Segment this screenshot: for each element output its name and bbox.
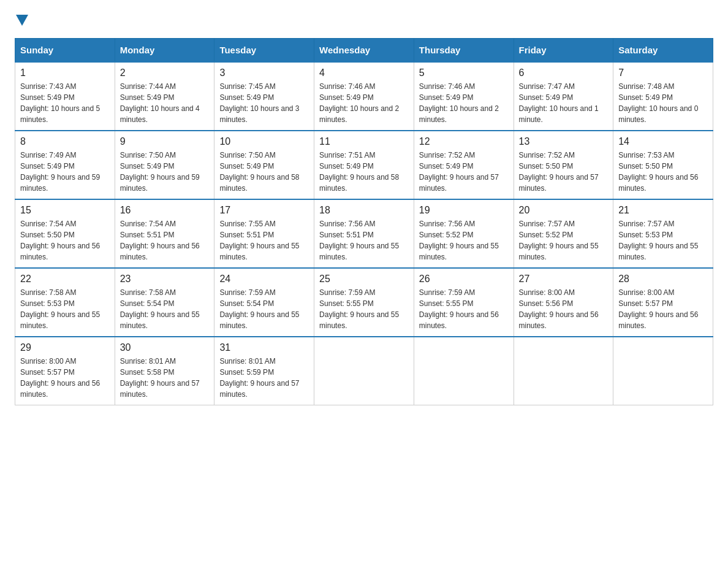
calendar-cell: 18 Sunrise: 7:56 AM Sunset: 5:51 PM Dayl… <box>314 199 414 268</box>
day-number: 8 <box>20 136 110 147</box>
day-number: 1 <box>20 67 110 79</box>
day-info: Sunrise: 8:00 AM Sunset: 5:57 PM Dayligh… <box>618 287 708 331</box>
day-info: Sunrise: 7:49 AM Sunset: 5:49 PM Dayligh… <box>20 150 110 194</box>
day-number: 28 <box>618 274 708 285</box>
header-thursday: Thursday <box>414 39 514 63</box>
day-number: 5 <box>419 67 509 79</box>
calendar-cell: 22 Sunrise: 7:58 AM Sunset: 5:53 PM Dayl… <box>15 268 115 337</box>
day-info: Sunrise: 7:51 AM Sunset: 5:49 PM Dayligh… <box>319 150 409 194</box>
calendar-cell: 12 Sunrise: 7:52 AM Sunset: 5:49 PM Dayl… <box>414 131 514 199</box>
header-sunday: Sunday <box>15 39 115 63</box>
day-number: 21 <box>618 205 708 216</box>
day-number: 14 <box>618 136 708 147</box>
day-number: 16 <box>120 205 210 216</box>
calendar-cell: 26 Sunrise: 7:59 AM Sunset: 5:55 PM Dayl… <box>414 268 514 337</box>
day-info: Sunrise: 7:56 AM Sunset: 5:51 PM Dayligh… <box>319 218 409 262</box>
calendar-cell <box>314 337 414 405</box>
day-info: Sunrise: 7:57 AM Sunset: 5:52 PM Dayligh… <box>519 218 609 262</box>
calendar-cell: 3 Sunrise: 7:45 AM Sunset: 5:49 PM Dayli… <box>214 62 314 131</box>
day-info: Sunrise: 7:44 AM Sunset: 5:49 PM Dayligh… <box>120 81 210 125</box>
calendar-cell: 10 Sunrise: 7:50 AM Sunset: 5:49 PM Dayl… <box>214 131 314 199</box>
day-number: 2 <box>120 67 210 79</box>
calendar-cell: 14 Sunrise: 7:53 AM Sunset: 5:50 PM Dayl… <box>613 131 713 199</box>
day-info: Sunrise: 7:57 AM Sunset: 5:53 PM Dayligh… <box>618 218 708 262</box>
day-info: Sunrise: 7:59 AM Sunset: 5:54 PM Dayligh… <box>219 287 309 331</box>
calendar-cell: 29 Sunrise: 8:00 AM Sunset: 5:57 PM Dayl… <box>15 337 115 405</box>
day-number: 24 <box>219 274 309 285</box>
day-info: Sunrise: 7:52 AM Sunset: 5:49 PM Dayligh… <box>419 150 509 194</box>
calendar-cell: 9 Sunrise: 7:50 AM Sunset: 5:49 PM Dayli… <box>115 131 214 199</box>
calendar-table: SundayMondayTuesdayWednesdayThursdayFrid… <box>15 38 713 405</box>
day-number: 23 <box>120 274 210 285</box>
calendar-cell: 4 Sunrise: 7:46 AM Sunset: 5:49 PM Dayli… <box>314 62 414 131</box>
day-info: Sunrise: 7:58 AM Sunset: 5:53 PM Dayligh… <box>20 287 110 331</box>
calendar-cell: 28 Sunrise: 8:00 AM Sunset: 5:57 PM Dayl… <box>613 268 713 337</box>
calendar-cell: 13 Sunrise: 7:52 AM Sunset: 5:50 PM Dayl… <box>514 131 613 199</box>
day-number: 29 <box>20 342 110 353</box>
day-number: 4 <box>319 67 409 79</box>
day-info: Sunrise: 7:59 AM Sunset: 5:55 PM Dayligh… <box>419 287 509 331</box>
header-tuesday: Tuesday <box>214 39 314 63</box>
calendar-cell <box>514 337 613 405</box>
page-header <box>15 15 713 26</box>
day-number: 18 <box>319 205 409 216</box>
week-row-1: 1 Sunrise: 7:43 AM Sunset: 5:49 PM Dayli… <box>15 62 713 131</box>
week-row-3: 15 Sunrise: 7:54 AM Sunset: 5:50 PM Dayl… <box>15 199 713 268</box>
week-row-2: 8 Sunrise: 7:49 AM Sunset: 5:49 PM Dayli… <box>15 131 713 199</box>
day-number: 17 <box>219 205 309 216</box>
day-info: Sunrise: 7:52 AM Sunset: 5:50 PM Dayligh… <box>519 150 609 194</box>
logo <box>15 15 29 26</box>
week-row-4: 22 Sunrise: 7:58 AM Sunset: 5:53 PM Dayl… <box>15 268 713 337</box>
day-info: Sunrise: 7:46 AM Sunset: 5:49 PM Dayligh… <box>419 81 509 125</box>
calendar-cell: 30 Sunrise: 8:01 AM Sunset: 5:58 PM Dayl… <box>115 337 214 405</box>
calendar-cell: 27 Sunrise: 8:00 AM Sunset: 5:56 PM Dayl… <box>514 268 613 337</box>
day-number: 10 <box>219 136 309 147</box>
calendar-cell <box>613 337 713 405</box>
calendar-cell: 7 Sunrise: 7:48 AM Sunset: 5:49 PM Dayli… <box>613 62 713 131</box>
day-info: Sunrise: 8:00 AM Sunset: 5:56 PM Dayligh… <box>519 287 609 331</box>
calendar-cell: 16 Sunrise: 7:54 AM Sunset: 5:51 PM Dayl… <box>115 199 214 268</box>
day-info: Sunrise: 7:54 AM Sunset: 5:50 PM Dayligh… <box>20 218 110 262</box>
header-monday: Monday <box>115 39 214 63</box>
header-wednesday: Wednesday <box>314 39 414 63</box>
day-number: 15 <box>20 205 110 216</box>
day-number: 27 <box>519 274 609 285</box>
day-number: 31 <box>219 342 309 353</box>
day-info: Sunrise: 8:01 AM Sunset: 5:59 PM Dayligh… <box>219 356 309 400</box>
day-info: Sunrise: 8:00 AM Sunset: 5:57 PM Dayligh… <box>20 356 110 400</box>
calendar-cell: 5 Sunrise: 7:46 AM Sunset: 5:49 PM Dayli… <box>414 62 514 131</box>
day-number: 30 <box>120 342 210 353</box>
day-info: Sunrise: 7:58 AM Sunset: 5:54 PM Dayligh… <box>120 287 210 331</box>
day-number: 3 <box>219 67 309 79</box>
day-info: Sunrise: 7:59 AM Sunset: 5:55 PM Dayligh… <box>319 287 409 331</box>
calendar-cell: 17 Sunrise: 7:55 AM Sunset: 5:51 PM Dayl… <box>214 199 314 268</box>
calendar-cell: 6 Sunrise: 7:47 AM Sunset: 5:49 PM Dayli… <box>514 62 613 131</box>
header-friday: Friday <box>514 39 613 63</box>
day-number: 12 <box>419 136 509 147</box>
day-info: Sunrise: 7:45 AM Sunset: 5:49 PM Dayligh… <box>219 81 309 125</box>
day-number: 9 <box>120 136 210 147</box>
calendar-cell <box>414 337 514 405</box>
calendar-cell: 11 Sunrise: 7:51 AM Sunset: 5:49 PM Dayl… <box>314 131 414 199</box>
calendar-cell: 2 Sunrise: 7:44 AM Sunset: 5:49 PM Dayli… <box>115 62 214 131</box>
calendar-cell: 15 Sunrise: 7:54 AM Sunset: 5:50 PM Dayl… <box>15 199 115 268</box>
day-number: 6 <box>519 67 609 79</box>
day-info: Sunrise: 7:43 AM Sunset: 5:49 PM Dayligh… <box>20 81 110 125</box>
day-number: 11 <box>319 136 409 147</box>
day-info: Sunrise: 7:50 AM Sunset: 5:49 PM Dayligh… <box>219 150 309 194</box>
day-info: Sunrise: 7:56 AM Sunset: 5:52 PM Dayligh… <box>419 218 509 262</box>
calendar-cell: 23 Sunrise: 7:58 AM Sunset: 5:54 PM Dayl… <box>115 268 214 337</box>
day-number: 13 <box>519 136 609 147</box>
day-info: Sunrise: 8:01 AM Sunset: 5:58 PM Dayligh… <box>120 356 210 400</box>
day-number: 22 <box>20 274 110 285</box>
calendar-cell: 25 Sunrise: 7:59 AM Sunset: 5:55 PM Dayl… <box>314 268 414 337</box>
day-info: Sunrise: 7:53 AM Sunset: 5:50 PM Dayligh… <box>618 150 708 194</box>
day-info: Sunrise: 7:47 AM Sunset: 5:49 PM Dayligh… <box>519 81 609 125</box>
calendar-cell: 8 Sunrise: 7:49 AM Sunset: 5:49 PM Dayli… <box>15 131 115 199</box>
day-info: Sunrise: 7:48 AM Sunset: 5:49 PM Dayligh… <box>618 81 708 125</box>
day-number: 20 <box>519 205 609 216</box>
week-row-5: 29 Sunrise: 8:00 AM Sunset: 5:57 PM Dayl… <box>15 337 713 405</box>
calendar-cell: 21 Sunrise: 7:57 AM Sunset: 5:53 PM Dayl… <box>613 199 713 268</box>
calendar-header: SundayMondayTuesdayWednesdayThursdayFrid… <box>15 39 713 63</box>
calendar-cell: 19 Sunrise: 7:56 AM Sunset: 5:52 PM Dayl… <box>414 199 514 268</box>
